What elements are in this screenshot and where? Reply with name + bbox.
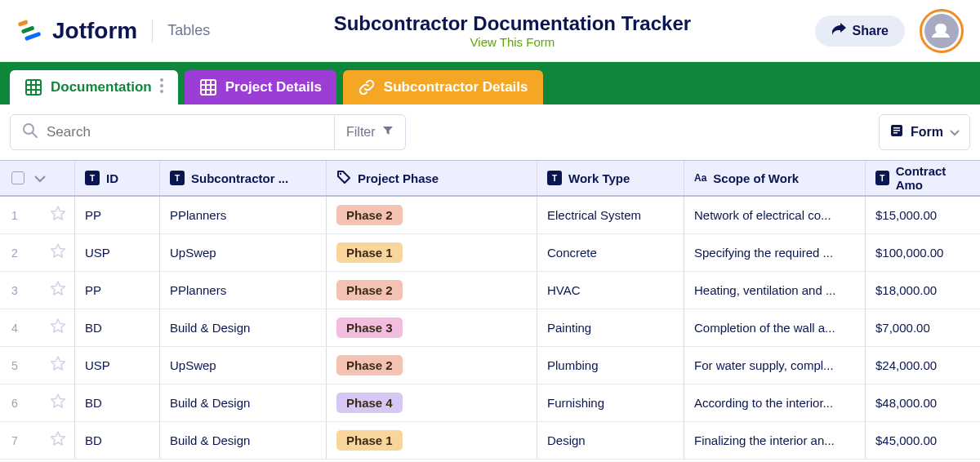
cell-id[interactable]: BD (75, 422, 160, 459)
cell-contract-amount[interactable]: $48,000.00 (866, 384, 980, 421)
cell-subcontractor[interactable]: Build & Design (160, 422, 327, 459)
cell-subcontractor[interactable]: PPlanners (160, 197, 327, 233)
star-icon[interactable] (50, 393, 66, 413)
filter-button[interactable]: Filter (335, 114, 406, 150)
product-label[interactable]: Tables (167, 22, 210, 39)
cell-phase[interactable]: Phase 2 (327, 347, 537, 384)
cell-phase[interactable]: Phase 1 (327, 422, 537, 459)
cell-work-type[interactable]: Furnishing (537, 384, 684, 421)
cell-contract-amount[interactable]: $7,000.00 (866, 309, 980, 346)
header-id[interactable]: T ID (75, 161, 160, 195)
header-label: Scope of Work (713, 171, 799, 185)
cell-scope[interactable]: Completion of the wall a... (684, 309, 866, 346)
cell-contract-amount[interactable]: $24,000.00 (866, 347, 980, 384)
tab-project-details[interactable]: Project Details (185, 70, 336, 104)
cell-id[interactable]: BD (75, 309, 160, 346)
brand-logo[interactable]: Jotform (16, 16, 137, 46)
cell-work-type[interactable]: Plumbing (537, 347, 684, 384)
cell-subcontractor[interactable]: UpSwep (160, 234, 327, 271)
phase-tag: Phase 1 (336, 430, 403, 451)
star-icon[interactable] (50, 318, 66, 338)
search-box[interactable] (10, 114, 335, 150)
star-icon[interactable] (50, 356, 66, 375)
cell-scope[interactable]: For water supply, compl... (684, 347, 866, 384)
tab-label: Project Details (225, 79, 322, 96)
star-icon[interactable] (50, 281, 66, 300)
cell-phase[interactable]: Phase 4 (327, 384, 537, 421)
cell-work-type[interactable]: Concrete (537, 234, 684, 271)
text-type-icon: T (547, 171, 562, 185)
tab-subcontractor-details[interactable]: Subcontractor Details (343, 70, 543, 104)
phase-tag: Phase 2 (336, 205, 403, 225)
view-form-link[interactable]: View This Form (210, 35, 814, 49)
cell-id[interactable]: PP (75, 272, 160, 309)
header-scope[interactable]: Aa Scope of Work (684, 161, 866, 195)
header-project-phase[interactable]: Project Phase (327, 161, 537, 195)
cell-scope[interactable]: Heating, ventilation and ... (684, 272, 866, 309)
cell-phase[interactable]: Phase 2 (327, 197, 537, 233)
text-type-icon: Aa (694, 172, 706, 184)
cell-phase[interactable]: Phase 2 (327, 272, 537, 309)
table-row[interactable]: 2USPUpSwepPhase 1ConcreteSpecifying the … (0, 234, 980, 272)
header-work-type[interactable]: T Work Type (537, 161, 684, 195)
cell-work-type[interactable]: Electrical System (537, 197, 684, 233)
topbar: Jotform Tables Subcontractor Documentati… (0, 0, 980, 62)
table-row[interactable]: 3PPPPlannersPhase 2HVACHeating, ventilat… (0, 272, 980, 309)
search-input[interactable] (47, 124, 323, 140)
cell-id[interactable]: USP (75, 347, 160, 384)
table-row[interactable]: 6BDBuild & DesignPhase 4FurnishingAccord… (0, 384, 980, 422)
cell-work-type[interactable]: Painting (537, 309, 684, 346)
header-label: Project Phase (358, 171, 439, 185)
header-subcontractor[interactable]: T Subcontractor ... (160, 161, 327, 195)
user-avatar[interactable] (920, 9, 964, 53)
row-select-cell: 7 (0, 422, 75, 459)
cell-phase[interactable]: Phase 3 (327, 309, 537, 346)
cell-subcontractor[interactable]: UpSwep (160, 347, 327, 384)
cell-id[interactable]: BD (75, 384, 160, 421)
table-row[interactable]: 1PPPPlannersPhase 2Electrical SystemNetw… (0, 197, 980, 234)
cell-id[interactable]: PP (75, 197, 160, 233)
cell-contract-amount[interactable]: $18,000.00 (866, 272, 980, 309)
cell-scope[interactable]: Finalizing the interior an... (684, 422, 866, 459)
star-icon[interactable] (50, 243, 66, 263)
tab-documentation[interactable]: Documentation (10, 70, 178, 104)
form-icon (889, 123, 904, 141)
jotform-logo-icon (16, 16, 46, 46)
page-title: Subcontractor Documentation Tracker (210, 12, 814, 35)
header-contract-amount[interactable]: T Contract Amo (866, 161, 980, 195)
cell-subcontractor[interactable]: Build & Design (160, 384, 327, 421)
text-type-icon: T (875, 171, 889, 185)
toolbar: Filter Form (0, 104, 980, 160)
svg-rect-11 (201, 80, 216, 95)
table-row[interactable]: 7BDBuild & DesignPhase 1DesignFinalizing… (0, 422, 980, 460)
form-view-dropdown[interactable]: Form (879, 114, 970, 150)
cell-phase[interactable]: Phase 1 (327, 234, 537, 271)
cell-id[interactable]: USP (75, 234, 160, 271)
table-row[interactable]: 5USPUpSwepPhase 2PlumbingFor water suppl… (0, 347, 980, 384)
cell-work-type[interactable]: Design (537, 422, 684, 459)
cell-subcontractor[interactable]: Build & Design (160, 309, 327, 346)
star-icon[interactable] (50, 206, 66, 225)
cell-subcontractor[interactable]: PPlanners (160, 272, 327, 309)
row-select-cell: 1 (0, 197, 75, 233)
share-icon (831, 23, 846, 39)
select-all-checkbox[interactable] (11, 171, 24, 184)
right-controls: Share (815, 9, 964, 53)
tab-label: Documentation (51, 79, 152, 96)
svg-rect-2 (24, 31, 42, 41)
table-row[interactable]: 4BDBuild & DesignPhase 3PaintingCompleti… (0, 309, 980, 347)
cell-scope[interactable]: According to the interior... (684, 384, 866, 421)
cell-scope[interactable]: Network of electrical co... (684, 197, 866, 233)
cell-contract-amount[interactable]: $45,000.00 (866, 422, 980, 459)
share-button[interactable]: Share (815, 16, 905, 47)
table-icon (24, 78, 42, 96)
tab-options-icon[interactable] (160, 78, 163, 97)
phase-tag: Phase 2 (336, 280, 403, 300)
cell-work-type[interactable]: HVAC (537, 272, 684, 309)
star-icon[interactable] (50, 431, 66, 451)
cell-scope[interactable]: Specifying the required ... (684, 234, 866, 271)
cell-contract-amount[interactable]: $15,000.00 (866, 197, 980, 233)
row-number: 6 (8, 397, 21, 410)
chevron-down-icon[interactable] (34, 171, 46, 185)
cell-contract-amount[interactable]: $100,000.00 (866, 234, 980, 271)
